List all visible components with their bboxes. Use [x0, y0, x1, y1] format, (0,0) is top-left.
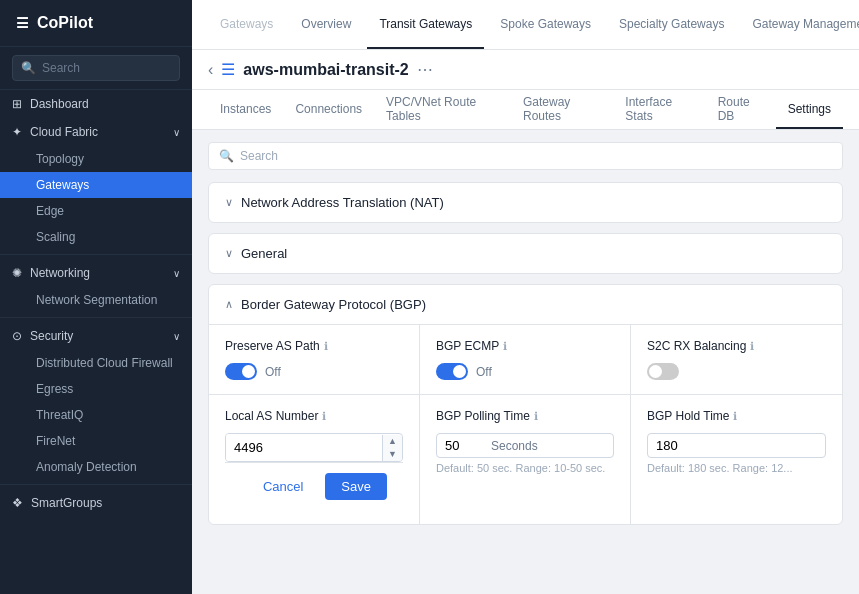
preserve-as-path-info-icon[interactable]: ℹ [324, 340, 328, 353]
inner-tab-route-db[interactable]: Route DB [706, 90, 776, 129]
bgp-cards-row1: Preserve AS Path ℹ Off BGP ECMP ℹ [209, 325, 842, 394]
settings-content: 🔍 ∨ Network Address Translation (NAT) ∨ … [192, 130, 859, 594]
inner-tabs: Instances Connections VPC/VNet Route Tab… [192, 90, 859, 130]
sidebar-networking-label: Networking [30, 266, 90, 280]
sidebar-item-gateways[interactable]: Gateways [0, 172, 192, 198]
preserve-as-path-toggle-row: Off [225, 363, 403, 380]
preserve-as-path-label: Preserve AS Path ℹ [225, 339, 403, 353]
app-title: CoPilot [37, 14, 93, 32]
sidebar-search-input[interactable] [42, 61, 171, 75]
bgp-hold-time-input[interactable] [656, 438, 696, 453]
sidebar-search-box: 🔍 [12, 55, 180, 81]
main-content: Gateways Overview Transit Gateways Spoke… [192, 0, 859, 594]
preserve-as-path-toggle-label: Off [265, 365, 281, 379]
sidebar-item-egress[interactable]: Egress [0, 376, 192, 402]
gateway-list-icon[interactable]: ☰ [221, 60, 235, 79]
bgp-card-preserve-as-path: Preserve AS Path ℹ Off [209, 325, 420, 394]
tab-spoke-gateways[interactable]: Spoke Gateways [488, 0, 603, 49]
inner-tab-interface-stats[interactable]: Interface Stats [613, 90, 705, 129]
back-button[interactable]: ‹ [208, 61, 213, 79]
sidebar-group-security[interactable]: ⊙ Security ∨ [0, 322, 192, 350]
more-menu-icon[interactable]: ⋯ [417, 60, 433, 79]
sidebar-header: ☰ CoPilot [0, 0, 192, 47]
bgp-card-s2c-rx-balancing: S2C RX Balancing ℹ [631, 325, 842, 394]
bgp-polling-time-info-icon[interactable]: ℹ [534, 410, 538, 423]
bgp-hold-time-hint: Default: 180 sec. Range: 12... [647, 462, 826, 474]
sidebar-item-threatiq[interactable]: ThreatIQ [0, 402, 192, 428]
dashboard-icon: ⊞ [12, 97, 22, 111]
sidebar-security-label: Security [30, 329, 73, 343]
tab-overview[interactable]: Overview [289, 0, 363, 49]
bgp-cards-row2: Local AS Number ℹ ▲ ▼ Cancel Save [209, 394, 842, 524]
sidebar: ☰ CoPilot 🔍 ⊞ Dashboard ✦ Cloud Fabric ∨… [0, 0, 192, 594]
sidebar-item-dashboard[interactable]: ⊞ Dashboard [0, 90, 192, 118]
stepper-up-button[interactable]: ▲ [383, 435, 402, 448]
bgp-card-bgp-polling-time: BGP Polling Time ℹ Seconds Default: 50 s… [420, 395, 631, 524]
content-search-box: 🔍 [208, 142, 843, 170]
s2c-rx-balancing-info-icon[interactable]: ℹ [750, 340, 754, 353]
cancel-button[interactable]: Cancel [249, 473, 317, 500]
bgp-ecmp-info-icon[interactable]: ℹ [503, 340, 507, 353]
inner-tab-vpc-vnet-route-tables[interactable]: VPC/VNet Route Tables [374, 90, 511, 129]
tab-specialty-gateways[interactable]: Specialty Gateways [607, 0, 736, 49]
preserve-as-path-toggle[interactable] [225, 363, 257, 380]
bgp-polling-time-unit: Seconds [491, 439, 538, 453]
sub-header: ‹ ☰ aws-mumbai-transit-2 ⋯ [192, 50, 859, 90]
sidebar-item-scaling[interactable]: Scaling [0, 224, 192, 250]
tab-gateways[interactable]: Gateways [208, 0, 285, 49]
general-section: ∨ General [208, 233, 843, 274]
sidebar-search-container: 🔍 [0, 47, 192, 90]
tab-gateway-management[interactable]: Gateway Management [740, 0, 859, 49]
stepper-down-button[interactable]: ▼ [383, 448, 402, 461]
inner-tab-instances[interactable]: Instances [208, 90, 283, 129]
bgp-ecmp-toggle[interactable] [436, 363, 468, 380]
local-as-number-input-wrapper: ▲ ▼ [225, 433, 403, 462]
search-icon: 🔍 [21, 61, 36, 75]
save-button[interactable]: Save [325, 473, 387, 500]
local-as-number-info-icon[interactable]: ℹ [322, 410, 326, 423]
s2c-rx-toggle[interactable] [647, 363, 679, 380]
bgp-section: ∧ Border Gateway Protocol (BGP) Preserve… [208, 284, 843, 525]
nat-section: ∨ Network Address Translation (NAT) [208, 182, 843, 223]
sidebar-dashboard-label: Dashboard [30, 97, 89, 111]
bgp-ecmp-label: BGP ECMP ℹ [436, 339, 614, 353]
menu-icon[interactable]: ☰ [16, 15, 29, 31]
bgp-section-label: Border Gateway Protocol (BGP) [241, 297, 426, 312]
chevron-down-icon: ∨ [173, 331, 180, 342]
sidebar-item-distributed-cloud-firewall[interactable]: Distributed Cloud Firewall [0, 350, 192, 376]
chevron-down-icon: ∨ [173, 268, 180, 279]
sidebar-item-firenet[interactable]: FireNet [0, 428, 192, 454]
content-search-input[interactable] [240, 149, 832, 163]
bgp-chevron-icon: ∧ [225, 298, 233, 311]
tab-transit-gateways[interactable]: Transit Gateways [367, 0, 484, 49]
nat-section-header[interactable]: ∨ Network Address Translation (NAT) [209, 183, 842, 222]
bgp-section-header[interactable]: ∧ Border Gateway Protocol (BGP) [209, 285, 842, 325]
smartgroups-icon: ❖ [12, 496, 23, 510]
sidebar-item-network-segmentation[interactable]: Network Segmentation [0, 287, 192, 313]
top-area: Gateways Overview Transit Gateways Spoke… [192, 0, 859, 50]
local-as-number-input[interactable] [226, 434, 382, 461]
sidebar-item-edge[interactable]: Edge [0, 198, 192, 224]
general-chevron-icon: ∨ [225, 247, 233, 260]
s2c-rx-toggle-row [647, 363, 826, 380]
sidebar-item-smartgroups[interactable]: ❖ SmartGroups [0, 489, 192, 517]
local-as-number-stepper: ▲ ▼ [382, 435, 402, 461]
top-tabs: Gateways Overview Transit Gateways Spoke… [192, 0, 859, 50]
gateway-title: aws-mumbai-transit-2 [243, 61, 408, 79]
sidebar-item-topology[interactable]: Topology [0, 146, 192, 172]
bgp-ecmp-toggle-row: Off [436, 363, 614, 380]
nat-chevron-icon: ∨ [225, 196, 233, 209]
bgp-hold-time-info-icon[interactable]: ℹ [733, 410, 737, 423]
s2c-rx-balancing-label: S2C RX Balancing ℹ [647, 339, 826, 353]
sidebar-item-anomaly-detection[interactable]: Anomaly Detection [0, 454, 192, 480]
inner-tab-gateway-routes[interactable]: Gateway Routes [511, 90, 613, 129]
general-section-header[interactable]: ∨ General [209, 234, 842, 273]
inner-tab-settings[interactable]: Settings [776, 90, 843, 129]
sidebar-group-networking[interactable]: ✺ Networking ∨ [0, 259, 192, 287]
sidebar-group-cloud-fabric[interactable]: ✦ Cloud Fabric ∨ [0, 118, 192, 146]
bgp-card-bgp-ecmp: BGP ECMP ℹ Off [420, 325, 631, 394]
bgp-card-local-as-number: Local AS Number ℹ ▲ ▼ Cancel Save [209, 395, 420, 524]
bgp-polling-time-input[interactable] [445, 438, 485, 453]
sidebar-cloud-fabric-label: Cloud Fabric [30, 125, 98, 139]
inner-tab-connections[interactable]: Connections [283, 90, 374, 129]
